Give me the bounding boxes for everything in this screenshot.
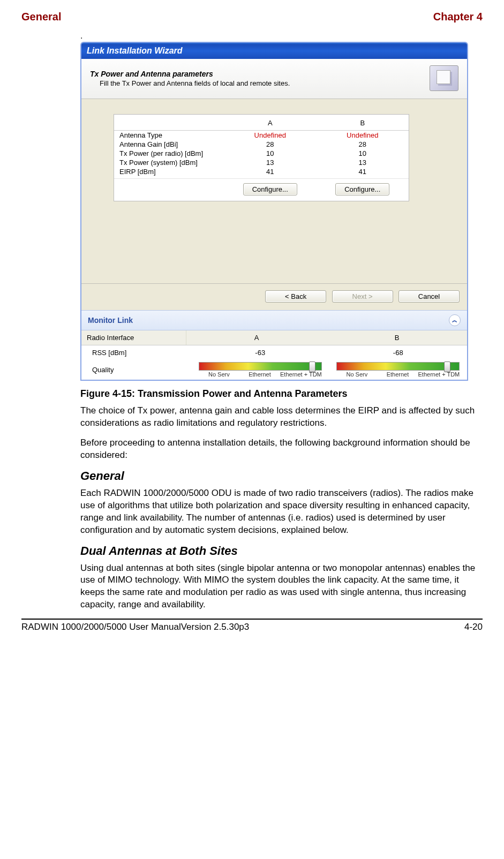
qlabel-ethtdm-b: Ethernet + TDM	[418, 371, 460, 378]
wizard-body: A B Antenna Type Undefined Undefined Ant…	[81, 99, 467, 283]
antenna-type-a: Undefined	[224, 131, 317, 139]
collapse-icon[interactable]: ︽	[449, 314, 461, 326]
label-tx-system: Tx Power (system) [dBm]	[119, 159, 224, 167]
paragraph-before-proceeding: Before proceeding to antenna installatio…	[80, 437, 477, 462]
rss-label: RSS [dBm]	[81, 346, 191, 359]
antenna-gain-a: 28	[224, 140, 317, 148]
figure-caption: Figure 4-15: Transmission Power and Ante…	[80, 388, 483, 400]
row-tx-system: Tx Power (system) [dBm] 13 13	[114, 158, 409, 167]
antenna-type-b: Undefined	[317, 131, 409, 139]
wizard-icon	[430, 65, 458, 91]
qlabel-ethtdm-a: Ethernet + TDM	[280, 371, 322, 378]
quality-marker-a	[309, 361, 315, 372]
wizard-step-title: Tx Power and Antenna parameters	[90, 70, 430, 78]
monitor-link-header[interactable]: Monitor Link ︽	[81, 310, 467, 330]
tx-system-a: 13	[224, 159, 317, 167]
footer-right: 4-20	[464, 622, 483, 632]
paragraph-general: Each RADWIN 1000/2000/5000 ODU is made o…	[80, 487, 477, 537]
monitor-columns-header: Radio Interface A B	[81, 330, 467, 345]
col-b-header: B	[317, 119, 409, 127]
wizard-header: Tx Power and Antenna parameters Fill the…	[81, 59, 467, 99]
quality-bar-b: No Serv Ethernet Ethernet + TDM	[336, 362, 460, 378]
footer-left: RADWIN 1000/2000/5000 User ManualVersion…	[21, 622, 249, 632]
monitor-col-b: B	[327, 330, 467, 345]
leading-dot: .	[80, 31, 483, 41]
parameters-table: A B Antenna Type Undefined Undefined Ant…	[114, 114, 409, 201]
label-eirp: EIRP [dBm]	[119, 168, 224, 176]
back-button[interactable]: < Back	[265, 290, 326, 303]
radio-interface-label: Radio Interface	[81, 330, 186, 345]
label-antenna-type: Antenna Type	[119, 131, 224, 139]
tx-per-radio-b: 10	[317, 149, 409, 157]
next-button: Next >	[332, 290, 393, 303]
header-right: Chapter 4	[433, 11, 483, 23]
header-left: General	[21, 11, 61, 23]
configure-b-button[interactable]: Configure...	[335, 183, 389, 195]
row-antenna-gain: Antenna Gain [dBi] 28 28	[114, 140, 409, 149]
row-eirp: EIRP [dBm] 41 41	[114, 167, 409, 176]
wizard-step-subtitle: Fill the Tx Power and Antenna fields of …	[100, 79, 430, 87]
qlabel-eth-b: Ethernet	[377, 371, 418, 378]
section-heading-dual-antennas: Dual Antennas at Both Sites	[80, 544, 483, 558]
monitor-link-title: Monitor Link	[88, 316, 133, 325]
link-installation-wizard-window: Link Installation Wizard Tx Power and An…	[80, 42, 468, 381]
paragraph-dual-antennas: Using dual antennas at both sites (singl…	[80, 562, 477, 612]
tx-system-b: 13	[317, 159, 409, 167]
paragraph-eirp: The choice of Tx power, antenna gain and…	[80, 405, 477, 430]
rss-value-b: -68	[329, 348, 468, 358]
section-heading-general: General	[80, 469, 483, 483]
eirp-b: 41	[317, 168, 409, 176]
label-antenna-gain: Antenna Gain [dBi]	[119, 140, 224, 148]
quality-bar-a: No Serv Ethernet Ethernet + TDM	[199, 362, 322, 378]
row-tx-per-radio: Tx Power (per radio) [dBm] 10 10	[114, 149, 409, 158]
table-header-row: A B	[114, 115, 409, 131]
rss-row: RSS [dBm] -63 -68	[81, 345, 467, 360]
page-footer: RADWIN 1000/2000/5000 User ManualVersion…	[21, 619, 483, 632]
configure-button-row: Configure... Configure...	[114, 178, 409, 201]
qlabel-noserv-a: No Serv	[199, 371, 239, 378]
quality-marker-b	[444, 361, 450, 372]
qlabel-noserv-b: No Serv	[336, 371, 377, 378]
label-tx-per-radio: Tx Power (per radio) [dBm]	[119, 149, 224, 157]
window-titlebar[interactable]: Link Installation Wizard	[81, 43, 467, 59]
row-antenna-type: Antenna Type Undefined Undefined	[114, 131, 409, 140]
col-a-header: A	[224, 119, 317, 127]
cancel-button[interactable]: Cancel	[398, 290, 460, 303]
tx-per-radio-a: 10	[224, 149, 317, 157]
rss-value-a: -63	[191, 348, 329, 358]
page-header: General Chapter 4	[21, 11, 483, 23]
quality-label: Quality	[81, 364, 191, 376]
qlabel-eth-a: Ethernet	[239, 371, 280, 378]
configure-a-button[interactable]: Configure...	[243, 183, 297, 195]
monitor-col-a: A	[186, 330, 327, 345]
quality-row: Quality No Serv Ethernet Ethernet + TDM …	[81, 360, 467, 380]
antenna-gain-b: 28	[317, 140, 409, 148]
eirp-a: 41	[224, 168, 317, 176]
wizard-footer: < Back Next > Cancel	[81, 283, 467, 310]
